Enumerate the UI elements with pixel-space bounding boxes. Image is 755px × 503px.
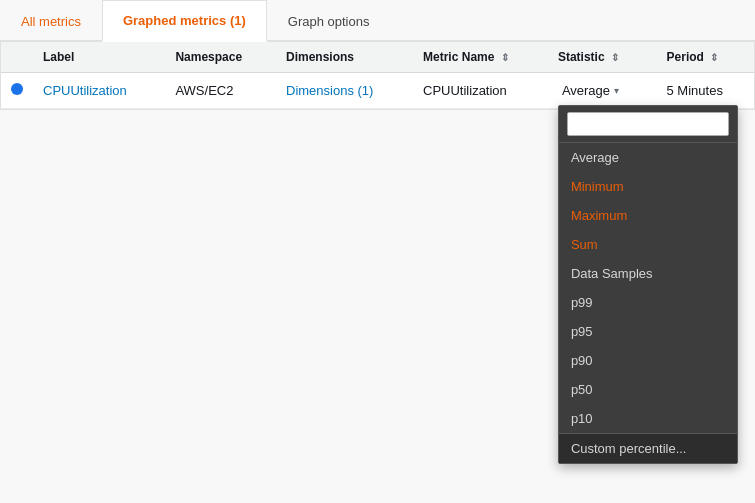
row-label-cell: CPUUtilization (33, 73, 165, 109)
metric-name-sort-icon[interactable]: ⇕ (501, 52, 509, 63)
statistic-dropdown-menu: Average Minimum Maximum Sum Data Samples… (558, 105, 738, 464)
col-metric-name: Metric Name ⇕ (413, 42, 548, 73)
row-dimensions-link[interactable]: Dimensions (1) (286, 83, 373, 98)
row-namespace-cell: AWS/EC2 (165, 73, 276, 109)
dropdown-item-average[interactable]: Average (559, 143, 737, 172)
row-dimensions-cell: Dimensions (1) (276, 73, 413, 109)
col-statistic: Statistic ⇕ (548, 42, 657, 73)
dropdown-item-minimum[interactable]: Minimum (559, 172, 737, 201)
tabs-bar: All metrics Graphed metrics (1) Graph op… (0, 0, 755, 42)
dropdown-search-input[interactable] (567, 112, 729, 136)
dropdown-item-p99[interactable]: p99 (559, 288, 737, 317)
dropdown-item-p95[interactable]: p95 (559, 317, 737, 346)
dropdown-item-p90[interactable]: p90 (559, 346, 737, 375)
col-dimensions: Dimensions (276, 42, 413, 73)
row-period-cell: 5 Minutes (657, 73, 754, 109)
row-metric-name-cell: CPUUtilization (413, 73, 548, 109)
statistic-dropdown-wrapper: Average ▾ Average Minimum Maximum Sum (558, 81, 623, 100)
tab-all-metrics[interactable]: All metrics (0, 0, 102, 42)
dropdown-chevron-icon: ▾ (614, 85, 619, 96)
tab-graph-options[interactable]: Graph options (267, 0, 391, 42)
table-row: CPUUtilization AWS/EC2 Dimensions (1) CP… (1, 73, 754, 109)
col-color (1, 42, 33, 73)
metrics-table: Label Namespace Dimensions Metric Name ⇕… (1, 42, 754, 109)
row-statistic-cell: Average ▾ Average Minimum Maximum Sum (548, 73, 657, 109)
metrics-table-area: Label Namespace Dimensions Metric Name ⇕… (0, 42, 755, 110)
col-label: Label (33, 42, 165, 73)
dropdown-item-maximum[interactable]: Maximum (559, 201, 737, 230)
row-label-link[interactable]: CPUUtilization (43, 83, 127, 98)
metric-color-dot (11, 83, 23, 95)
period-sort-icon[interactable]: ⇕ (710, 52, 718, 63)
dropdown-item-p50[interactable]: p50 (559, 375, 737, 404)
dropdown-item-custom-percentile[interactable]: Custom percentile... (559, 433, 737, 463)
statistic-dropdown-button[interactable]: Average ▾ (558, 81, 623, 100)
row-color-cell (1, 73, 33, 109)
dropdown-search-area (559, 106, 737, 143)
col-namespace: Namespace (165, 42, 276, 73)
statistic-sort-icon[interactable]: ⇕ (611, 52, 619, 63)
tab-graphed-metrics[interactable]: Graphed metrics (1) (102, 0, 267, 42)
table-header-row: Label Namespace Dimensions Metric Name ⇕… (1, 42, 754, 73)
dropdown-item-p10[interactable]: p10 (559, 404, 737, 433)
dropdown-item-sum[interactable]: Sum (559, 230, 737, 259)
col-period: Period ⇕ (657, 42, 754, 73)
dropdown-item-data-samples[interactable]: Data Samples (559, 259, 737, 288)
